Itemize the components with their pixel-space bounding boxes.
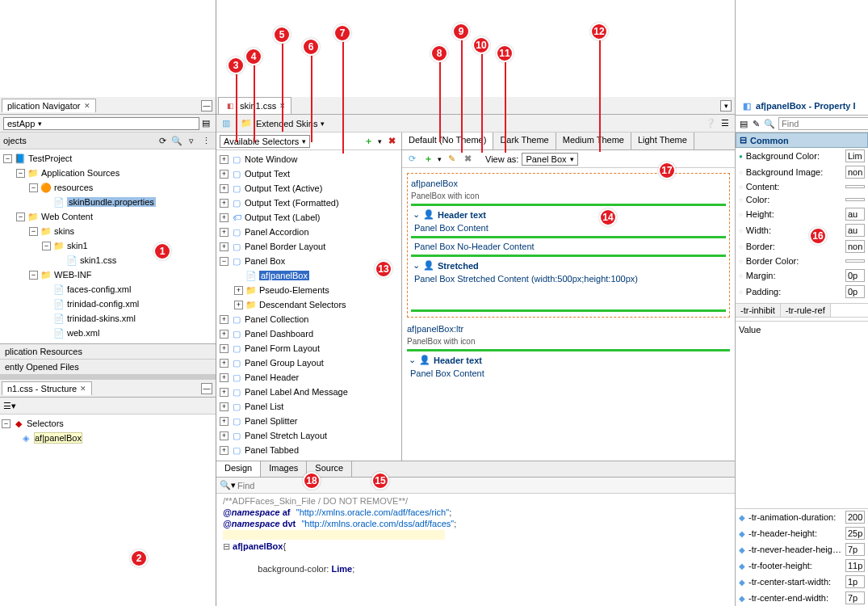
tab-medium-theme[interactable]: Medium Theme <box>556 133 631 149</box>
tab-dark-theme[interactable]: Dark Theme <box>493 133 556 149</box>
tree-item[interactable]: −📁WEB-INF <box>2 267 214 282</box>
property-value-input[interactable] <box>845 259 865 263</box>
selector-item[interactable]: −▢Panel Box <box>218 254 400 268</box>
expand-icon[interactable]: + <box>220 242 229 251</box>
app-resources-tab[interactable]: plication Resources <box>0 344 216 360</box>
panelbox-header[interactable]: ⌄ 👤 Header text <box>407 353 730 367</box>
expand-icon[interactable]: − <box>16 213 25 221</box>
selector-item[interactable]: +▢Panel Group Layout <box>218 356 400 370</box>
expand-icon[interactable]: − <box>29 227 38 236</box>
expand-icon[interactable]: − <box>29 271 38 280</box>
delete-icon[interactable]: ✖ <box>461 153 474 166</box>
expand-icon[interactable]: − <box>16 169 25 178</box>
find-icon[interactable]: 🔍 <box>170 134 183 147</box>
tree-item[interactable]: −🟠resources <box>2 180 214 195</box>
filter-icon[interactable]: ▿ <box>185 134 198 147</box>
tab-default-theme[interactable]: Default (No Theme) <box>402 133 493 149</box>
panelbox-header[interactable]: ⌄ 👤 Stretched <box>411 259 726 272</box>
source-code[interactable]: /**ADFFaces_Skin_File / DO NOT REMOVE**/… <box>216 494 735 606</box>
categorize-icon[interactable]: ▤ <box>739 117 748 130</box>
extended-skins-label[interactable]: Extended Skins <box>256 119 317 128</box>
tr-property-value-input[interactable]: 7p <box>845 591 865 604</box>
recent-files-tab[interactable]: ently Opened Files <box>0 360 216 375</box>
expand-icon[interactable]: − <box>220 257 229 266</box>
expand-icon[interactable]: + <box>220 199 229 208</box>
collapse-icon[interactable]: ⊟ <box>740 135 747 145</box>
folder-icon[interactable]: 📁 <box>240 117 253 130</box>
available-selectors-combo[interactable]: Available Selectors ▾ <box>220 135 310 148</box>
expand-icon[interactable]: + <box>220 388 229 397</box>
expand-icon[interactable]: + <box>220 344 229 353</box>
chevron-down-icon[interactable]: ▾ <box>438 155 442 163</box>
project-tree[interactable]: −📘TestProject−📁Application Sources−🟠reso… <box>0 149 216 343</box>
expand-icon[interactable]: + <box>220 373 229 382</box>
common-group-header[interactable]: ⊟ Common <box>736 133 868 148</box>
selector-item[interactable]: +▢Output Text (Active) <box>218 181 400 196</box>
refresh-icon[interactable]: ⟳ <box>405 153 418 166</box>
property-value-input[interactable]: non <box>845 240 865 253</box>
expand-icon[interactable]: + <box>220 431 229 440</box>
view-as-combo[interactable]: Panel Box ▾ <box>522 153 577 166</box>
tree-item[interactable]: 📄trinidad-config.xml <box>2 297 214 311</box>
tree-item[interactable]: 📄faces-config.xml <box>2 282 214 297</box>
selector-item[interactable]: +▢Panel Collection <box>218 312 400 326</box>
selector-item[interactable]: +▢Panel Accordion <box>218 225 400 239</box>
expand-icon[interactable]: + <box>220 417 229 426</box>
close-icon[interactable]: ✕ <box>84 102 90 110</box>
property-value-input[interactable]: 0p <box>845 285 865 298</box>
minimize-icon[interactable]: — <box>201 383 212 394</box>
selector-item[interactable]: +🏷Output Text (Label) <box>218 210 400 225</box>
tree-item[interactable]: −📁skins <box>2 224 214 238</box>
selector-item[interactable]: +▢Panel Tabbed <box>218 443 400 457</box>
expand-icon[interactable]: + <box>234 286 243 295</box>
selector-item[interactable]: +▢Output Text (Formatted) <box>218 196 400 210</box>
tr-property-value-input[interactable]: 1p <box>845 575 865 588</box>
property-value-input[interactable]: 0p <box>845 269 865 282</box>
chevron-down-icon[interactable]: ▾ <box>378 137 382 145</box>
panelbox-header[interactable]: ⌄ 👤 Header text <box>411 208 726 221</box>
tree-item[interactable]: 📄web.xml <box>2 326 214 340</box>
expand-icon[interactable]: − <box>29 183 38 192</box>
structure-root[interactable]: − ◆ Selectors <box>2 416 214 431</box>
selector-item[interactable]: +▢Panel Header <box>218 370 400 385</box>
expand-icon[interactable]: + <box>220 184 229 193</box>
tab-tr-rule-ref[interactable]: -tr-rule-ref <box>781 304 831 317</box>
help-icon[interactable]: ❔ <box>704 117 717 130</box>
property-find-input[interactable] <box>778 117 868 130</box>
align-icon[interactable]: ▥ <box>220 117 233 130</box>
selector-item[interactable]: +▢Panel Form Layout <box>218 341 400 356</box>
tree-item[interactable]: 📄trinidad-skins.xml <box>2 311 214 326</box>
edit-icon[interactable]: ✎ <box>445 153 458 166</box>
property-value-input[interactable]: Lim <box>845 149 865 162</box>
selector-item[interactable]: +▢Output Text <box>218 166 400 181</box>
tree-item[interactable]: −📁Web Content <box>2 209 214 224</box>
tab-tr-inhibit[interactable]: -tr-inhibit <box>736 304 781 317</box>
expand-icon[interactable]: + <box>234 301 243 309</box>
expand-icon[interactable]: + <box>220 402 229 411</box>
app-menu-icon[interactable]: ▤ <box>199 117 212 130</box>
expand-icon[interactable]: + <box>220 213 229 222</box>
tr-property-value-input[interactable]: 7p <box>845 543 865 556</box>
structure-tab[interactable]: n1.css - Structure ✕ <box>2 381 92 395</box>
expand-icon[interactable]: − <box>42 242 51 250</box>
expand-icon[interactable]: + <box>220 170 229 179</box>
expand-icon[interactable]: + <box>220 155 229 164</box>
expand-icon[interactable]: + <box>220 359 229 368</box>
property-value-input[interactable]: non <box>845 166 865 179</box>
selector-item[interactable]: 📄af|panelBox <box>218 268 400 283</box>
property-value-input[interactable]: au <box>845 208 865 221</box>
selector-item[interactable]: +▢Panel List <box>218 399 400 414</box>
search-icon[interactable]: 🔍▾ <box>220 480 236 490</box>
selector-item[interactable]: +▢Panel Splitter <box>218 414 400 428</box>
expand-icon[interactable]: + <box>220 446 229 455</box>
tab-images[interactable]: Images <box>261 461 307 477</box>
structure-menu-icon[interactable]: ☰▾ <box>3 399 16 412</box>
selector-item[interactable]: +📁Pseudo-Elements <box>218 283 400 297</box>
add-icon[interactable]: ＋ <box>362 135 375 148</box>
selector-item[interactable]: +▢Panel Label And Message <box>218 385 400 399</box>
tr-property-value-input[interactable]: 25p <box>845 527 865 540</box>
disclosure-icon[interactable]: ⌄ <box>409 355 416 365</box>
tr-property-value-input[interactable]: 200 <box>845 511 865 524</box>
structure-tree[interactable]: − ◆ Selectors ◈ af|panelBox <box>0 415 216 606</box>
selector-item[interactable]: +📁Descendant Selectors <box>218 297 400 312</box>
